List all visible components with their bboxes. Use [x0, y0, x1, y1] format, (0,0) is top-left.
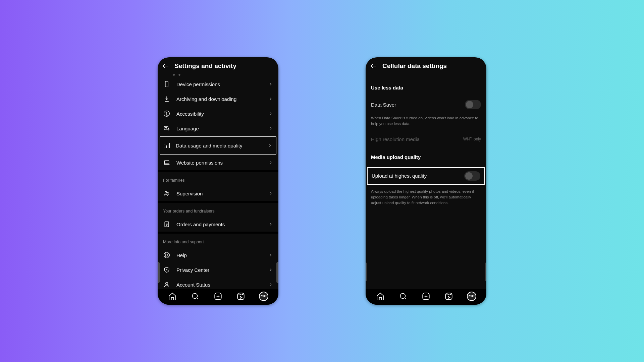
svg-point-7 — [167, 192, 169, 193]
cellular-scroll: Use less data Data Saver When Data Saver… — [366, 73, 486, 289]
back-arrow-icon[interactable] — [370, 62, 378, 70]
chevron-right-icon — [268, 126, 273, 131]
row-upload-highest-quality: Upload at highest quality — [367, 167, 485, 185]
high-res-value: Wi-Fi only — [463, 137, 481, 141]
row-help[interactable]: Help — [158, 248, 278, 262]
row-website-permissions[interactable]: Website permissions — [158, 155, 278, 170]
bottom-nav: RIP! — [158, 289, 278, 305]
row-label: Data usage and media quality — [176, 143, 263, 148]
chevron-right-icon — [268, 143, 272, 148]
svg-rect-19 — [445, 293, 452, 300]
nav-reels-icon[interactable] — [444, 292, 453, 301]
row-high-resolution-media[interactable]: High resolution media Wi-Fi only — [366, 128, 486, 145]
row-label: Website permissions — [176, 160, 262, 166]
nav-search-icon[interactable] — [191, 292, 200, 301]
section-more-info: More info and support — [158, 234, 278, 248]
receipt-icon — [163, 221, 170, 228]
row-accessibility[interactable]: Accessibility — [158, 106, 278, 121]
section-for-families: For families — [158, 172, 278, 186]
nav-create-icon[interactable] — [421, 292, 431, 301]
row-label: Language — [176, 126, 262, 131]
row-archiving[interactable]: Archiving and downloading — [158, 92, 278, 106]
phone-right-cellular: Cellular data settings Use less data Dat… — [366, 57, 486, 305]
screen-edge-glow — [276, 262, 278, 283]
accessibility-icon — [163, 110, 170, 117]
chevron-right-icon — [268, 267, 273, 272]
shield-icon — [163, 266, 170, 273]
upload-description: Always upload the highest quality photos… — [366, 186, 486, 207]
row-data-saver: Data Saver — [366, 97, 486, 113]
nav-create-icon[interactable] — [213, 292, 223, 301]
phone-left-settings: Settings and activity • • Device permiss… — [158, 57, 278, 305]
header: Settings and activity — [158, 57, 278, 73]
row-label: Orders and payments — [176, 222, 262, 227]
screen-edge-glow — [158, 262, 160, 283]
row-label: Archiving and downloading — [176, 96, 262, 102]
svg-point-10 — [166, 254, 168, 256]
bottom-nav: RIP! — [366, 289, 486, 305]
back-arrow-icon[interactable] — [162, 62, 170, 70]
header: Cellular data settings — [366, 57, 486, 73]
section-media-upload: Media upload quality — [366, 145, 486, 166]
row-device-permissions[interactable]: Device permissions — [158, 77, 278, 92]
chevron-right-icon — [268, 82, 273, 86]
laptop-icon — [163, 159, 170, 166]
cellular-bars-icon — [164, 142, 171, 149]
person-icon — [163, 281, 170, 288]
section-orders: Your orders and fundraisers — [158, 203, 278, 217]
people-icon — [163, 190, 170, 197]
nav-home-icon[interactable] — [168, 292, 177, 301]
help-icon — [163, 252, 170, 258]
row-language[interactable]: Language — [158, 121, 278, 136]
row-label: Supervision — [176, 191, 262, 196]
phone-icon — [163, 81, 170, 87]
nav-search-icon[interactable] — [398, 292, 408, 301]
row-label: Accessibility — [176, 111, 262, 117]
data-saver-label: Data Saver — [371, 102, 396, 108]
svg-point-4 — [165, 144, 165, 144]
data-saver-description: When Data Saver is turned on, videos won… — [366, 113, 486, 128]
data-saver-toggle[interactable] — [465, 100, 481, 109]
svg-point-11 — [166, 282, 168, 285]
svg-point-17 — [400, 293, 405, 298]
row-label: Privacy Center — [176, 267, 262, 273]
svg-rect-16 — [237, 293, 244, 300]
upload-quality-toggle[interactable] — [464, 171, 480, 181]
row-orders-payments[interactable]: Orders and payments — [158, 217, 278, 232]
row-account-status[interactable]: Account Status — [158, 277, 278, 289]
chevron-right-icon — [268, 222, 273, 227]
row-privacy-center[interactable]: Privacy Center — [158, 262, 278, 277]
chevron-right-icon — [268, 191, 273, 196]
high-res-label: High resolution media — [371, 136, 420, 142]
svg-point-6 — [165, 191, 167, 193]
chevron-right-icon — [268, 97, 273, 101]
language-icon — [163, 125, 170, 132]
page-title: Settings and activity — [174, 62, 236, 70]
screen-edge-glow — [366, 262, 367, 281]
upload-label: Upload at highest quality — [372, 173, 427, 179]
row-supervision[interactable]: Supervision — [158, 186, 278, 201]
row-label: Device permissions — [176, 81, 262, 87]
nav-profile-avatar[interactable]: RIP! — [259, 292, 268, 301]
chevron-right-icon — [268, 253, 273, 257]
row-data-usage[interactable]: Data usage and media quality — [160, 136, 276, 155]
download-icon — [163, 96, 170, 102]
nav-reels-icon[interactable] — [236, 292, 246, 301]
chevron-right-icon — [268, 111, 273, 116]
row-label: Help — [176, 252, 262, 258]
page-title: Cellular data settings — [382, 62, 447, 70]
scroll-hint-dots: • • — [158, 73, 278, 77]
nav-profile-avatar[interactable]: RIP! — [467, 292, 476, 301]
screen-edge-glow — [485, 262, 486, 281]
chevron-right-icon — [268, 160, 273, 165]
svg-rect-5 — [164, 161, 169, 164]
chevron-right-icon — [268, 282, 273, 287]
svg-point-2 — [166, 112, 167, 113]
svg-rect-0 — [165, 81, 168, 87]
svg-point-14 — [192, 293, 197, 298]
section-use-less-data: Use less data — [366, 73, 486, 97]
settings-scroll: • • Device permissions Archiving and dow… — [158, 73, 278, 289]
row-label: Account Status — [176, 282, 262, 288]
nav-home-icon[interactable] — [376, 292, 385, 301]
